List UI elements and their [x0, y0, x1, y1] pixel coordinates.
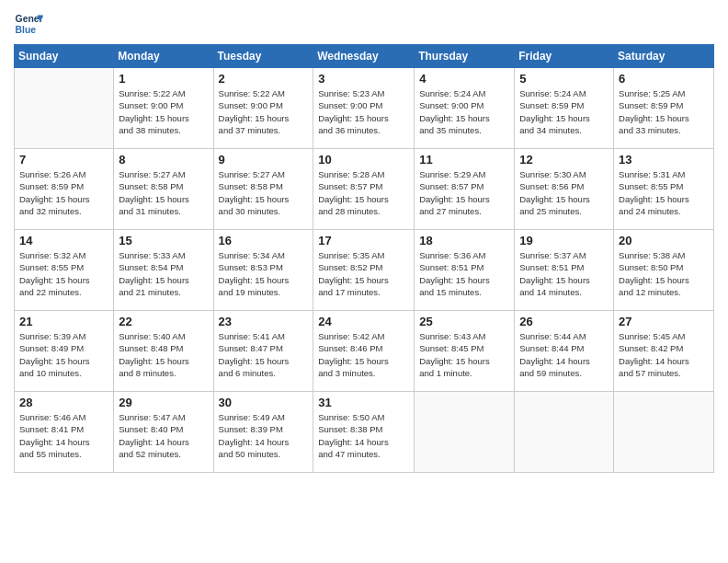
day-number: 26	[519, 315, 609, 328]
day-number: 16	[219, 234, 309, 247]
column-header-saturday: Saturday	[614, 45, 714, 68]
day-cell: 21Sunrise: 5:39 AM Sunset: 8:49 PM Dayli…	[15, 311, 114, 392]
day-number: 11	[419, 153, 509, 167]
header: General Blue	[14, 9, 714, 39]
day-info: Sunrise: 5:34 AM Sunset: 8:53 PM Dayligh…	[219, 249, 309, 298]
day-number: 5	[519, 72, 609, 86]
day-info: Sunrise: 5:25 AM Sunset: 8:59 PM Dayligh…	[619, 87, 709, 136]
day-number: 10	[318, 153, 409, 167]
day-cell: 1Sunrise: 5:22 AM Sunset: 9:00 PM Daylig…	[114, 68, 213, 149]
day-number: 14	[19, 234, 108, 247]
day-info: Sunrise: 5:44 AM Sunset: 8:44 PM Dayligh…	[519, 330, 609, 379]
day-info: Sunrise: 5:32 AM Sunset: 8:55 PM Dayligh…	[19, 249, 108, 298]
day-info: Sunrise: 5:47 AM Sunset: 8:40 PM Dayligh…	[119, 411, 208, 460]
day-info: Sunrise: 5:50 AM Sunset: 8:38 PM Dayligh…	[318, 411, 409, 460]
week-row-2: 7Sunrise: 5:26 AM Sunset: 8:59 PM Daylig…	[15, 149, 714, 230]
calendar-header-row: SundayMondayTuesdayWednesdayThursdayFrid…	[15, 45, 714, 68]
day-number: 9	[219, 153, 309, 167]
day-cell: 31Sunrise: 5:50 AM Sunset: 8:38 PM Dayli…	[313, 392, 415, 473]
day-info: Sunrise: 5:46 AM Sunset: 8:41 PM Dayligh…	[19, 411, 108, 460]
day-info: Sunrise: 5:30 AM Sunset: 8:56 PM Dayligh…	[519, 168, 609, 217]
day-cell: 10Sunrise: 5:28 AM Sunset: 8:57 PM Dayli…	[313, 149, 415, 230]
day-info: Sunrise: 5:22 AM Sunset: 9:00 PM Dayligh…	[219, 87, 309, 136]
day-cell: 14Sunrise: 5:32 AM Sunset: 8:55 PM Dayli…	[15, 230, 114, 311]
day-cell: 30Sunrise: 5:49 AM Sunset: 8:39 PM Dayli…	[213, 392, 313, 473]
column-header-monday: Monday	[114, 45, 213, 68]
day-cell: 24Sunrise: 5:42 AM Sunset: 8:46 PM Dayli…	[313, 311, 415, 392]
calendar-table: SundayMondayTuesdayWednesdayThursdayFrid…	[14, 44, 714, 473]
day-cell: 7Sunrise: 5:26 AM Sunset: 8:59 PM Daylig…	[15, 149, 114, 230]
day-number: 21	[19, 315, 108, 328]
logo-icon: General Blue	[14, 9, 43, 39]
day-cell: 4Sunrise: 5:24 AM Sunset: 9:00 PM Daylig…	[415, 68, 515, 149]
day-info: Sunrise: 5:40 AM Sunset: 8:48 PM Dayligh…	[119, 330, 208, 379]
day-number: 18	[419, 234, 509, 247]
day-number: 30	[219, 396, 309, 409]
day-cell: 12Sunrise: 5:30 AM Sunset: 8:56 PM Dayli…	[515, 149, 614, 230]
day-info: Sunrise: 5:23 AM Sunset: 9:00 PM Dayligh…	[318, 87, 409, 136]
day-number: 22	[119, 315, 208, 328]
day-info: Sunrise: 5:33 AM Sunset: 8:54 PM Dayligh…	[119, 249, 208, 298]
day-cell: 5Sunrise: 5:24 AM Sunset: 8:59 PM Daylig…	[515, 68, 614, 149]
day-number: 27	[619, 315, 709, 328]
day-cell: 19Sunrise: 5:37 AM Sunset: 8:51 PM Dayli…	[515, 230, 614, 311]
day-number: 19	[519, 234, 609, 247]
column-header-tuesday: Tuesday	[213, 45, 313, 68]
day-cell	[515, 392, 614, 473]
day-info: Sunrise: 5:26 AM Sunset: 8:59 PM Dayligh…	[19, 168, 108, 217]
day-cell	[15, 68, 114, 149]
day-cell: 18Sunrise: 5:36 AM Sunset: 8:51 PM Dayli…	[415, 230, 515, 311]
day-number: 4	[419, 72, 509, 86]
day-info: Sunrise: 5:24 AM Sunset: 8:59 PM Dayligh…	[519, 87, 609, 136]
day-cell: 11Sunrise: 5:29 AM Sunset: 8:57 PM Dayli…	[415, 149, 515, 230]
day-cell: 17Sunrise: 5:35 AM Sunset: 8:52 PM Dayli…	[313, 230, 415, 311]
day-info: Sunrise: 5:45 AM Sunset: 8:42 PM Dayligh…	[619, 330, 709, 379]
day-number: 13	[619, 153, 709, 167]
day-info: Sunrise: 5:27 AM Sunset: 8:58 PM Dayligh…	[219, 168, 309, 217]
svg-text:Blue: Blue	[16, 25, 37, 35]
day-cell: 8Sunrise: 5:27 AM Sunset: 8:58 PM Daylig…	[114, 149, 213, 230]
day-info: Sunrise: 5:24 AM Sunset: 9:00 PM Dayligh…	[419, 87, 509, 136]
day-number: 28	[19, 396, 108, 409]
column-header-thursday: Thursday	[415, 45, 515, 68]
day-cell: 27Sunrise: 5:45 AM Sunset: 8:42 PM Dayli…	[614, 311, 714, 392]
day-info: Sunrise: 5:28 AM Sunset: 8:57 PM Dayligh…	[318, 168, 409, 217]
day-number: 17	[318, 234, 409, 247]
day-info: Sunrise: 5:31 AM Sunset: 8:55 PM Dayligh…	[619, 168, 709, 217]
week-row-5: 28Sunrise: 5:46 AM Sunset: 8:41 PM Dayli…	[15, 392, 714, 473]
day-cell: 15Sunrise: 5:33 AM Sunset: 8:54 PM Dayli…	[114, 230, 213, 311]
column-header-friday: Friday	[515, 45, 614, 68]
day-number: 15	[119, 234, 208, 247]
logo: General Blue	[14, 9, 43, 39]
day-cell	[614, 392, 714, 473]
day-cell	[415, 392, 515, 473]
day-cell: 25Sunrise: 5:43 AM Sunset: 8:45 PM Dayli…	[415, 311, 515, 392]
week-row-3: 14Sunrise: 5:32 AM Sunset: 8:55 PM Dayli…	[15, 230, 714, 311]
day-info: Sunrise: 5:49 AM Sunset: 8:39 PM Dayligh…	[219, 411, 309, 460]
day-cell: 29Sunrise: 5:47 AM Sunset: 8:40 PM Dayli…	[114, 392, 213, 473]
day-number: 2	[219, 72, 309, 86]
day-number: 20	[619, 234, 709, 247]
page-container: General Blue SundayMondayTuesdayWednesda…	[0, 0, 728, 482]
week-row-1: 1Sunrise: 5:22 AM Sunset: 9:00 PM Daylig…	[15, 68, 714, 149]
week-row-4: 21Sunrise: 5:39 AM Sunset: 8:49 PM Dayli…	[15, 311, 714, 392]
day-number: 7	[19, 153, 108, 167]
day-info: Sunrise: 5:29 AM Sunset: 8:57 PM Dayligh…	[419, 168, 509, 217]
day-cell: 2Sunrise: 5:22 AM Sunset: 9:00 PM Daylig…	[213, 68, 313, 149]
day-info: Sunrise: 5:22 AM Sunset: 9:00 PM Dayligh…	[119, 87, 208, 136]
day-cell: 9Sunrise: 5:27 AM Sunset: 8:58 PM Daylig…	[213, 149, 313, 230]
column-header-wednesday: Wednesday	[313, 45, 415, 68]
day-info: Sunrise: 5:43 AM Sunset: 8:45 PM Dayligh…	[419, 330, 509, 379]
column-header-sunday: Sunday	[15, 45, 114, 68]
day-cell: 16Sunrise: 5:34 AM Sunset: 8:53 PM Dayli…	[213, 230, 313, 311]
day-info: Sunrise: 5:41 AM Sunset: 8:47 PM Dayligh…	[219, 330, 309, 379]
day-cell: 26Sunrise: 5:44 AM Sunset: 8:44 PM Dayli…	[515, 311, 614, 392]
day-info: Sunrise: 5:36 AM Sunset: 8:51 PM Dayligh…	[419, 249, 509, 298]
day-cell: 3Sunrise: 5:23 AM Sunset: 9:00 PM Daylig…	[313, 68, 415, 149]
day-info: Sunrise: 5:38 AM Sunset: 8:50 PM Dayligh…	[619, 249, 709, 298]
day-cell: 6Sunrise: 5:25 AM Sunset: 8:59 PM Daylig…	[614, 68, 714, 149]
day-number: 6	[619, 72, 709, 86]
day-cell: 23Sunrise: 5:41 AM Sunset: 8:47 PM Dayli…	[213, 311, 313, 392]
day-number: 23	[219, 315, 309, 328]
day-number: 3	[318, 72, 409, 86]
